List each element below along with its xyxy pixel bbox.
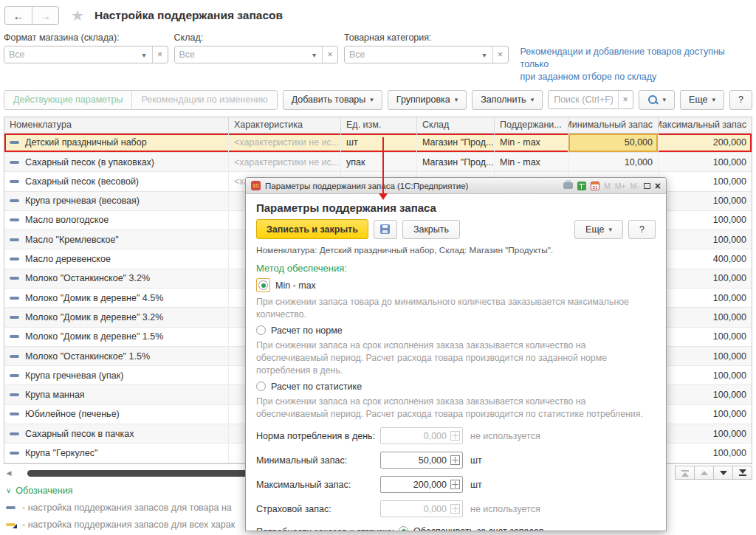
favorite-star-icon[interactable]: ★ (71, 8, 84, 23)
cell-nomenclature: Молоко "Останкинское" 3.2% (4, 269, 228, 288)
chevron-down-icon: ▾ (663, 96, 667, 103)
stock-setting-dash-icon (10, 393, 19, 396)
radio-icon[interactable] (256, 382, 266, 391)
cell-nomenclature: Молоко "Домик в деревне" 3.2% (4, 308, 228, 326)
safety-stock-input[interactable]: 0,000 (380, 500, 463, 517)
clear-icon[interactable]: × (152, 46, 168, 63)
radio-by-statistics[interactable]: Расчет по статистике (256, 382, 656, 392)
col-warehouse[interactable]: Склад (416, 117, 494, 133)
field-suffix: не используется (470, 431, 540, 441)
filter-store-format-input[interactable] (4, 46, 137, 63)
filter-store-format-combo[interactable]: ▾ × (4, 46, 168, 63)
clear-icon[interactable]: × (618, 91, 633, 108)
help-button[interactable]: ? (729, 90, 752, 110)
cell-nomenclature: Масло вологодское (4, 211, 228, 229)
table-row[interactable]: Сахарный песок (в упаковках) <характерис… (4, 153, 752, 172)
filter-warehouse-input[interactable] (175, 46, 307, 63)
method-section-title: Метод обеспечения: (256, 263, 656, 274)
fill-button[interactable]: Заполнить ▾ (472, 90, 543, 110)
filter-category-label: Товарная категория: (344, 32, 509, 43)
memory-m-plus-button[interactable]: M+ (615, 182, 626, 190)
dialog-more-label: Еще (585, 224, 604, 235)
radio-min-max-label: Min - max (275, 280, 316, 291)
forward-button[interactable]: → (32, 7, 58, 24)
chevron-down-icon: ∨ (6, 486, 11, 494)
page-title: Настройка поддержания запасов (94, 9, 283, 22)
go-last-button[interactable] (732, 466, 752, 480)
filter-hint-text: Рекомендации и добавление товаров доступ… (520, 32, 752, 83)
save-and-close-button[interactable]: Записать и закрыть (256, 219, 368, 239)
filter-warehouse-label: Склад: (174, 32, 339, 43)
go-prev-button[interactable] (694, 466, 714, 480)
close-button[interactable]: Закрыть (402, 220, 460, 239)
more-button[interactable]: Еще ▾ (680, 90, 724, 110)
col-unit[interactable]: Ед. изм. (340, 117, 416, 133)
stock-setting-dash-icon (6, 506, 16, 509)
go-next-button[interactable] (713, 466, 733, 480)
chevron-down-icon[interactable]: ▾ (477, 46, 492, 63)
grouping-button[interactable]: Группировка ▾ (388, 90, 467, 110)
filter-category-input[interactable] (345, 46, 477, 63)
cell-max-stock: 100,000 (658, 366, 752, 384)
col-nomenclature[interactable]: Номенклатура (4, 117, 228, 133)
focus-ring (256, 278, 270, 292)
back-button[interactable]: ← (5, 7, 32, 24)
close-icon[interactable]: × (655, 181, 661, 191)
shipment-needs-label: Потребности заказов к отгрузке: (256, 526, 399, 531)
radio-icon[interactable] (256, 325, 266, 335)
filter-warehouse-combo[interactable]: ▾ × (174, 46, 339, 63)
cell-max-stock: 100,000 (658, 230, 752, 249)
go-first-button[interactable] (675, 466, 695, 480)
cell-characteristic: <характеристики не ис... (228, 153, 340, 171)
radio-by-norm[interactable]: Расчет по норме (256, 325, 656, 336)
calculator-icon[interactable] (450, 480, 460, 489)
table-row[interactable]: Детский праздничный набор <характеристик… (4, 134, 752, 153)
tab-active-parameters[interactable]: Действующие параметры (4, 91, 131, 109)
calendar-icon[interactable]: 31 (591, 182, 599, 190)
max-stock-input[interactable]: 200,000 (380, 476, 463, 493)
field-label: Максимальный запас: (256, 480, 380, 490)
col-method[interactable]: Поддержани... (494, 117, 568, 133)
filter-category-combo[interactable]: ▾ × (344, 46, 509, 63)
search-icon (647, 94, 659, 106)
memory-m-button[interactable]: M (604, 182, 611, 190)
scroll-left-icon[interactable]: ◀ (4, 469, 14, 477)
chevron-down-icon: ▾ (455, 96, 458, 103)
col-max-stock[interactable]: Максимальный запас (658, 117, 752, 133)
maximize-icon[interactable] (644, 183, 650, 189)
daily-consumption-input[interactable]: 0,000 (380, 427, 463, 444)
radio-min-max[interactable]: Min - max (256, 278, 656, 292)
calculator-icon[interactable] (577, 182, 586, 190)
col-min-stock[interactable]: Минимальный запас (568, 117, 658, 133)
cell-nomenclature: Молоко "Домик в деревне" 4.5% (4, 289, 228, 307)
cell-max-stock: 100,000 (658, 153, 752, 171)
cell-characteristic: <характеристики не ис... (228, 134, 340, 152)
min-stock-input[interactable]: 50,000 (380, 452, 463, 469)
search-input[interactable] (549, 91, 617, 108)
chevron-down-icon: ▾ (370, 96, 374, 103)
stock-setting-dash-icon (10, 180, 19, 183)
chevron-down-icon[interactable]: ▾ (306, 46, 322, 63)
clear-icon[interactable]: × (492, 46, 508, 63)
memory-m-minus-button[interactable]: M- (630, 182, 639, 190)
save-button[interactable] (374, 220, 397, 239)
radio-from-stock[interactable]: Обеспечивать за счет запасов (399, 526, 636, 531)
cell-nomenclature: Сахарный песок (в упаковках) (4, 153, 228, 171)
printer-icon[interactable] (563, 182, 573, 189)
add-goods-button[interactable]: Добавить товары ▾ (283, 90, 382, 110)
calculator-icon[interactable] (450, 504, 460, 514)
dialog-help-button[interactable]: ? (628, 220, 656, 239)
stock-setting-all-characteristics-icon (6, 523, 16, 526)
chevron-down-icon[interactable]: ▾ (137, 46, 152, 63)
dialog-more-button[interactable]: Еще ▾ (574, 220, 623, 239)
radio-icon[interactable] (399, 526, 408, 531)
cell-max-stock: 200,000 (658, 134, 752, 152)
calculator-icon[interactable] (450, 431, 460, 441)
tab-change-recommendations[interactable]: Рекомендации по изменению (131, 91, 276, 109)
search-options-button[interactable]: ▾ (639, 90, 676, 110)
calculator-icon[interactable] (450, 455, 460, 465)
clear-icon[interactable]: × (322, 46, 337, 63)
radio-icon[interactable] (258, 280, 268, 290)
dialog-titlebar[interactable]: 1С Параметры поддержания запаса (1С:Пред… (246, 178, 666, 194)
col-characteristic[interactable]: Характеристика (228, 117, 340, 133)
